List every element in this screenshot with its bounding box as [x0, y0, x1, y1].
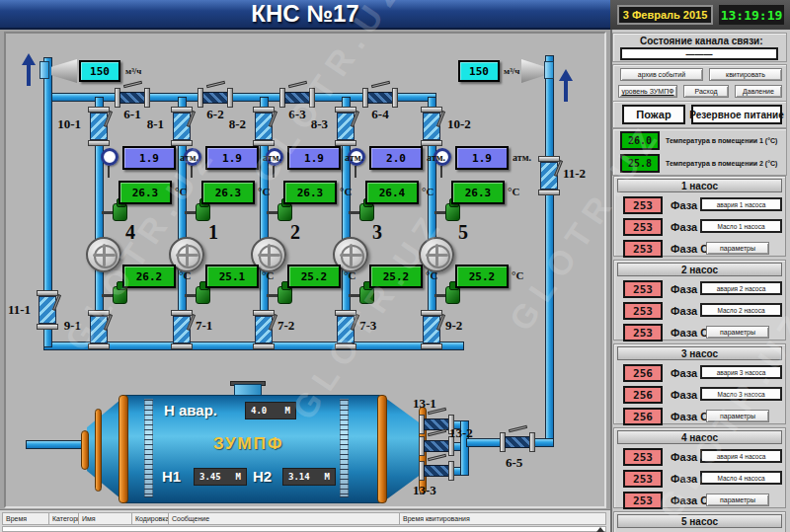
valve-label: 9-1 — [47, 318, 81, 334]
check-valve-green-icon — [196, 286, 210, 304]
channel-label: Состояние канала связи: — [640, 36, 763, 46]
flow-direction-arrow-icon — [22, 53, 36, 86]
pump-parameters-button[interactable]: параметры — [706, 494, 769, 506]
valve-label: 6-5 — [506, 455, 522, 471]
valve-label: 6-2 — [200, 107, 230, 122]
tank-h1-value: 3.45М — [194, 468, 247, 486]
pump-oil-button[interactable]: Масло 1 насоса — [700, 219, 782, 233]
column-header: Имя — [79, 512, 132, 525]
pressure-unit-label: атм. — [263, 152, 281, 163]
branch-bottom-valve[interactable] — [171, 310, 193, 349]
room-temp-2-label: Температура в помещении 2 (°С) — [666, 160, 777, 167]
valve-label: 13-3 — [413, 483, 436, 498]
acknowledge-button[interactable]: квитировать — [709, 68, 782, 81]
branch-bottom-valve[interactable] — [88, 310, 110, 349]
pressure-unit-label: атм. — [513, 152, 531, 163]
valve-riser-right[interactable] — [538, 156, 560, 195]
column-header: Категория — [49, 512, 79, 525]
pressure-unit-label: атм. — [427, 152, 445, 163]
outlet-main-valve[interactable] — [500, 431, 535, 453]
right-riser-pipe — [545, 55, 554, 446]
check-valve-green-icon — [359, 286, 374, 304]
archive-events-button[interactable]: архив событий — [620, 68, 703, 81]
header-valve[interactable] — [279, 87, 315, 109]
scrollbar-arrow-icon[interactable] — [596, 527, 604, 532]
branch-bottom-valve[interactable] — [421, 310, 442, 349]
check-valve-green-icon — [445, 286, 460, 304]
tank-ring — [81, 430, 89, 470]
phase-label: Фаза С — [671, 327, 708, 339]
pump-panel-header: 4 насос — [617, 430, 782, 444]
pump-panel: 3 насос256Фаза А256Фаза В256Фаза Савария… — [613, 343, 786, 424]
header-valve[interactable] — [115, 87, 150, 109]
header-valve[interactable] — [198, 87, 233, 109]
pump-oil-button[interactable]: Масло 2 насоса — [700, 303, 782, 317]
flow-button[interactable]: Расход — [683, 85, 729, 98]
room-temp-1-label: Температура в помещении 1 (°С) — [666, 137, 777, 144]
pump-parameters-button[interactable]: параметры — [706, 410, 769, 422]
pump-alarm-button[interactable]: авария 4 насоса — [700, 449, 782, 463]
phase-current-value: 253 — [623, 280, 663, 298]
phase-current-value: 253 — [623, 324, 663, 342]
unit: М — [325, 472, 330, 482]
pump-panel: 5 насосФаза АФаза ВФаза Савария 5 насоса… — [613, 511, 786, 532]
flow-unit-label: м³/ч — [125, 66, 141, 76]
temp-unit-label: °C — [179, 269, 191, 281]
gauge-stem — [108, 166, 110, 178]
valve-label: 10-1 — [47, 116, 81, 132]
check-valve-green-icon — [196, 203, 210, 221]
pump-oil-button[interactable]: Масло 3 насоса — [700, 387, 782, 401]
check-valve-green-icon — [113, 203, 127, 221]
pressure-display: 1.9 — [287, 146, 341, 170]
pump-oil-button[interactable]: Масло 4 насоса — [700, 471, 782, 485]
temperature-top-display: 26.3 — [451, 181, 505, 204]
phase-current-value: 256 — [623, 386, 663, 404]
branch-top-valve[interactable] — [88, 107, 110, 146]
tank-level-scale — [340, 399, 349, 497]
branch-top-valve[interactable] — [421, 107, 442, 146]
pressure-button[interactable]: Давление — [735, 85, 782, 98]
tank-h2-label: Н2 — [253, 468, 272, 485]
column-header: Сообщение — [169, 512, 400, 525]
kns17-scada-screen: КНС №17 150 м³/ч 150 м³/ч 11-1 11-2 Н ав… — [0, 0, 790, 532]
valve-label: 6-1 — [118, 107, 147, 122]
branch-top-valve[interactable] — [335, 107, 356, 146]
check-valve-green-icon — [277, 286, 292, 304]
pressure-gauge-icon — [101, 148, 118, 166]
pump-parameters-button[interactable]: параметры — [706, 326, 769, 339]
fire-button[interactable]: Пожар — [622, 105, 685, 124]
pressure-display: 1.9 — [205, 146, 259, 170]
phase-current-value: 253 — [623, 448, 663, 466]
tank-name: ЗУМПФ — [213, 434, 283, 454]
sump-level-button[interactable]: уровень ЗУМПФ — [618, 85, 677, 98]
pump-icon[interactable] — [86, 237, 121, 272]
temperature-bottom-display: 25.2 — [455, 265, 509, 288]
branch-top-valve[interactable] — [253, 107, 275, 146]
phase-label: Фаза С — [671, 243, 708, 255]
tank-outlet-valve[interactable] — [419, 460, 454, 482]
tank-h2-value: 3.14М — [282, 468, 336, 486]
column-header: Время квитирования — [400, 512, 606, 525]
pump-alarm-button[interactable]: авария 3 насоса — [700, 365, 782, 379]
header-valve[interactable] — [362, 87, 398, 109]
temperature-bottom-display: 25.1 — [205, 265, 259, 288]
pump-number: 1 — [208, 221, 218, 244]
branch-bottom-valve[interactable] — [335, 310, 356, 349]
valve-label: 10-2 — [447, 116, 471, 132]
pump-icon[interactable] — [419, 237, 454, 272]
valve-label: 11-1 — [8, 302, 31, 318]
pump-number: 2 — [290, 221, 300, 244]
pump-parameters-button[interactable]: параметры — [706, 242, 769, 255]
check-valve-green-icon — [359, 203, 374, 221]
reserve-power-button[interactable]: Резервное питание — [691, 105, 782, 124]
pump-alarm-button[interactable]: авария 1 насоса — [700, 197, 782, 211]
pump-panel-header: 2 насос — [617, 263, 782, 276]
flow-display-right: 150 — [458, 60, 500, 82]
pump-alarm-button[interactable]: авария 2 насоса — [700, 281, 782, 295]
temp-unit-label: °C — [340, 186, 352, 197]
branch-top-valve[interactable] — [171, 107, 193, 146]
branch-bottom-valve[interactable] — [253, 310, 275, 349]
gauge-stem — [355, 166, 356, 178]
room-temp-2-value: 25.8 — [620, 154, 660, 173]
flowmeter-clamp-icon — [40, 61, 49, 79]
